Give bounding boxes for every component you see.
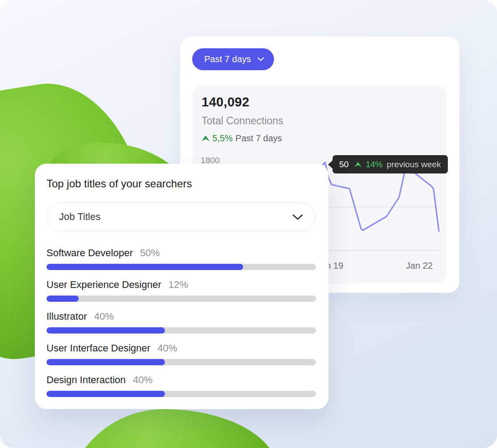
- progress-fill: [46, 296, 79, 302]
- job-title-value: 50%: [140, 247, 160, 259]
- period-filter-label: Past 7 days: [204, 54, 251, 64]
- job-title-row: User Interface Designer 40%: [46, 342, 316, 365]
- trend-row: 5,5% Past 7 days: [202, 133, 282, 144]
- green-knit-blob-bottom: [66, 409, 278, 448]
- job-title-value: 12%: [168, 279, 188, 291]
- total-connections-label: Total Connections: [202, 115, 283, 127]
- tooltip-value: 50: [339, 160, 349, 169]
- screenshot-canvas: Past 7 days 140,092 Total Connections 5,…: [0, 0, 497, 448]
- job-title-value: 40%: [157, 342, 177, 354]
- progress-fill: [46, 391, 165, 397]
- progress-track: [46, 264, 316, 270]
- progress-track: [46, 327, 316, 334]
- trend-percent: 5,5%: [212, 133, 233, 144]
- tooltip-trend-percent: 14%: [366, 160, 383, 169]
- progress-fill: [46, 327, 165, 334]
- card-title: Top job titles of your searchers: [46, 178, 192, 190]
- trend-up-icon: [354, 162, 362, 167]
- chevron-down-icon: [257, 57, 264, 61]
- job-title-label: Software Developer: [46, 247, 133, 259]
- total-connections-value: 140,092: [202, 95, 249, 110]
- progress-track: [46, 359, 316, 365]
- progress-fill: [46, 264, 243, 270]
- job-titles-select[interactable]: Job Titles: [46, 203, 316, 231]
- chart-tooltip: 50 14% previous week: [333, 155, 448, 173]
- progress-track: [46, 391, 316, 397]
- progress-fill: [46, 359, 165, 365]
- job-title-row: Design Interaction 40%: [46, 374, 316, 397]
- chevron-down-icon: [292, 214, 303, 220]
- job-title-label: User Experience Designer: [46, 279, 161, 291]
- progress-track: [46, 296, 316, 302]
- trend-period: Past 7 days: [236, 133, 282, 144]
- job-title-row: User Experience Designer 12%: [46, 279, 316, 302]
- tooltip-trend-label: previous week: [387, 160, 441, 169]
- job-titles-card: Top job titles of your searchers Job Tit…: [35, 164, 329, 409]
- job-title-label: User Interface Designer: [46, 342, 150, 354]
- job-title-value: 40%: [133, 374, 152, 386]
- period-filter-button[interactable]: Past 7 days: [192, 48, 274, 70]
- job-titles-select-value: Job Titles: [59, 211, 101, 223]
- job-title-label: Illustrator: [46, 311, 87, 322]
- job-title-row: Software Developer 50%: [46, 247, 316, 270]
- job-title-row: Illustrator 40%: [46, 311, 316, 334]
- job-title-label: Design Interaction: [46, 374, 126, 386]
- trend-up-icon: [202, 135, 210, 141]
- job-title-value: 40%: [94, 311, 114, 322]
- x-axis-tick-jan22: Jan 22: [406, 261, 433, 271]
